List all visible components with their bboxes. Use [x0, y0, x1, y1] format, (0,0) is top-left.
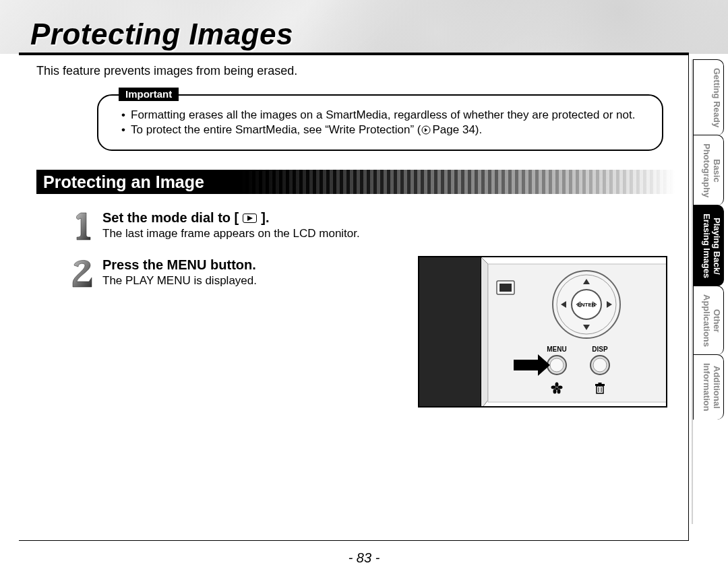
border-bottom [19, 540, 689, 541]
svg-rect-2 [419, 257, 481, 408]
tab-playing-back-erasing[interactable]: Playing Back/ Erasing Images [693, 205, 724, 286]
step-1-title-post: ]. [261, 210, 269, 226]
camera-frame: ENTER MENU DISP [418, 256, 667, 408]
page-title: Protecting Images [30, 18, 293, 51]
title-underline [19, 53, 689, 55]
step-number-1-icon [69, 209, 97, 244]
important-list: Formatting erases all the images on a Sm… [115, 108, 646, 139]
page-number: - 83 - [0, 550, 728, 566]
step-1-desc: The last image frame appears on the LCD … [102, 227, 677, 240]
tab-label: Additional [712, 366, 722, 409]
tab-basic-photography[interactable]: Basic Photography [693, 135, 724, 205]
tab-getting-ready[interactable]: Getting Ready [693, 59, 724, 135]
important-item: To protect the entire SmartMedia, see “W… [121, 123, 646, 139]
step-1: Set the mode dial to [ ]. The last image… [69, 209, 677, 244]
tab-label: Erasing Images [702, 214, 712, 278]
important-item-text-pre: To protect the entire SmartMedia, see “W… [131, 123, 421, 136]
important-label: Important [119, 88, 179, 101]
svg-point-12 [593, 358, 607, 372]
tab-label: Playing Back/ [712, 218, 722, 275]
tab-additional-information[interactable]: Additional Information [693, 354, 724, 420]
xref-arrow-icon [421, 124, 431, 139]
intro-text: This feature prevents images from being … [36, 64, 677, 78]
enter-label: ENTER [577, 302, 595, 308]
important-item-text-post: Page 34). [433, 123, 483, 136]
step-1-title-pre: Set the mode dial to [ [102, 210, 239, 226]
svg-rect-13 [514, 360, 538, 370]
step-number-2-icon [69, 256, 97, 291]
tab-label: Other [712, 309, 722, 333]
tab-label: Applications [702, 294, 712, 347]
important-callout: Important Formatting erases all the imag… [97, 94, 663, 151]
camera-illustration: ENTER MENU DISP [418, 256, 667, 408]
manual-page: Protecting Images This feature prevents … [0, 0, 728, 586]
svg-point-19 [553, 389, 557, 394]
svg-point-10 [550, 358, 564, 372]
heading-stripes [225, 170, 675, 194]
tab-label: Getting Ready [712, 68, 722, 127]
svg-rect-22 [599, 383, 602, 384]
tab-label: Basic [712, 159, 722, 183]
play-mode-icon [243, 214, 257, 223]
side-tabs: Getting Ready Basic Photography Playing … [693, 59, 724, 419]
section-heading-text: Protecting an Image [43, 172, 204, 191]
disp-label: DISP [592, 346, 608, 353]
important-item: Formatting erases all the images on a Sm… [121, 108, 646, 123]
step-1-title: Set the mode dial to [ ]. [102, 210, 269, 226]
svg-point-18 [557, 389, 561, 394]
tab-label: Information [702, 363, 712, 412]
section-heading: Protecting an Image [36, 170, 675, 194]
step-1-body: Set the mode dial to [ ]. The last image… [102, 209, 677, 240]
svg-rect-5 [499, 284, 512, 292]
svg-point-17 [551, 386, 556, 389]
svg-point-16 [558, 386, 563, 389]
menu-label: MENU [547, 346, 566, 353]
tab-label: Photography [702, 143, 712, 197]
border-right [688, 55, 689, 540]
svg-rect-21 [595, 384, 605, 386]
svg-point-15 [555, 383, 559, 387]
tab-other-applications[interactable]: Other Applications [693, 286, 724, 355]
step-2-title: Press the MENU button. [102, 257, 256, 273]
